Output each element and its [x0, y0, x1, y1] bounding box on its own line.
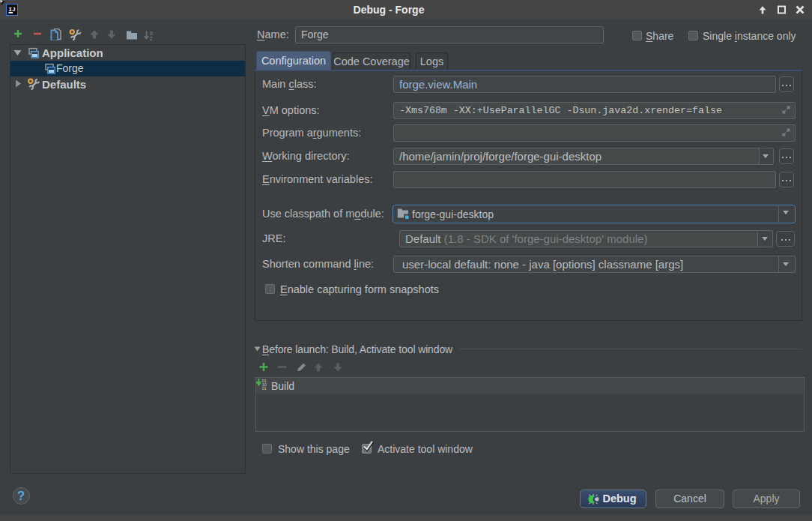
svg-text:IJ: IJ [8, 6, 16, 13]
svg-text:z: z [150, 34, 153, 40]
svg-text:01: 01 [262, 386, 267, 391]
